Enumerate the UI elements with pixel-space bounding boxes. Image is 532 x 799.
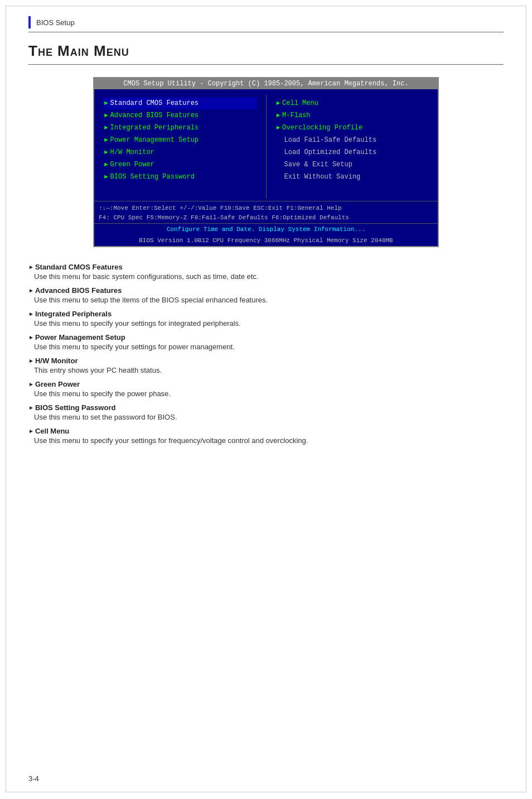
bios-nav-line2: F4: CPU Spec F5:Memory-Z F8:Fail-Safe De…: [99, 213, 433, 223]
bios-right-col: ► Cell Menu► M-Flash► Overclocking Profi…: [267, 95, 438, 199]
arrow-icon: ►: [104, 174, 108, 180]
bios-right-menu-item[interactable]: Exit Without Saving: [275, 171, 429, 183]
bios-right-menu-item[interactable]: ► Overclocking Profile: [275, 122, 429, 134]
desc-heading: ►BIOS Setting Password: [28, 403, 504, 412]
desc-heading: ►Green Power: [28, 380, 504, 388]
arrow-icon: ►: [104, 149, 108, 156]
page-number: 3-4: [28, 774, 39, 783]
arrow-icon: ►: [104, 124, 108, 131]
bios-title-bar: CMOS Setup Utility - Copyright (C) 1985-…: [94, 78, 438, 89]
bios-left-menu-item[interactable]: ► Advanced BIOS Features: [103, 109, 257, 122]
description-item: ►Power Management SetupUse this menu to …: [28, 333, 504, 351]
description-section: ►Standard CMOS FeaturesUse this menu for…: [28, 263, 504, 445]
arrow-icon: ►: [277, 100, 280, 107]
description-item: ►Advanced BIOS FeaturesUse this menu to …: [28, 286, 504, 304]
desc-text: Use this menu to specify your settings f…: [34, 436, 504, 445]
bios-left-col: ► Standard CMOS Features► Advanced BIOS …: [94, 95, 267, 199]
bios-menu-area: ► Standard CMOS Features► Advanced BIOS …: [94, 89, 438, 201]
desc-text: This entry shows your PC health status.: [34, 366, 504, 374]
arrow-icon: ►: [104, 112, 108, 119]
header-title: BIOS Setup: [36, 18, 75, 27]
description-item: ►Cell MenuUse this menu to specify your …: [28, 427, 504, 445]
arrow-icon: ►: [277, 124, 280, 131]
bios-nav-line1: ↑↓↔:Move Enter:Select +/-/:Value F10:Sav…: [99, 204, 433, 213]
arrow-icon: ►: [104, 100, 108, 107]
description-item: ►BIOS Setting PasswordUse this menu to s…: [28, 403, 504, 421]
desc-text: Use this menu to set the password for BI…: [34, 413, 504, 421]
bios-left-menu-item[interactable]: ► H/W Monitor: [103, 146, 257, 158]
description-item: ►Integrated PeripheralsUse this menu to …: [28, 310, 504, 328]
desc-text: Use this menu to specify the power phase…: [34, 389, 504, 398]
desc-heading: ►Power Management Setup: [28, 333, 504, 341]
triangle-icon: ►: [28, 405, 34, 411]
desc-heading: ►H/W Monitor: [28, 357, 504, 365]
desc-heading: ►Standard CMOS Features: [28, 263, 504, 271]
bios-right-menu-item[interactable]: Save & Exit Setup: [275, 158, 429, 171]
description-item: ►Green PowerUse this menu to specify the…: [28, 380, 504, 398]
bios-right-menu-item[interactable]: ► M-Flash: [275, 109, 429, 122]
bios-right-menu-item[interactable]: Load Optimized Defaults: [275, 146, 429, 158]
header-section: BIOS Setup: [28, 16, 504, 32]
desc-heading: ►Integrated Peripherals: [28, 310, 504, 318]
triangle-icon: ►: [28, 311, 34, 317]
bios-left-menu-item[interactable]: ► Standard CMOS Features: [103, 97, 257, 109]
triangle-icon: ►: [28, 428, 34, 434]
page-title: The Main Menu: [28, 42, 504, 65]
bios-right-menu-item[interactable]: Load Fail-Safe Defaults: [275, 134, 429, 146]
bios-screen: CMOS Setup Utility - Copyright (C) 1985-…: [93, 77, 439, 247]
desc-text: Use this menu to specify your settings f…: [34, 343, 504, 351]
triangle-icon: ►: [28, 381, 34, 387]
desc-text: Use this menu to setup the items of the …: [34, 296, 504, 304]
arrow-icon: ►: [104, 161, 108, 168]
arrow-icon: ►: [104, 137, 108, 143]
desc-heading: ►Advanced BIOS Features: [28, 286, 504, 295]
desc-heading: ►Cell Menu: [28, 427, 504, 435]
description-item: ►H/W MonitorThis entry shows your PC hea…: [28, 357, 504, 374]
desc-text: Use this menu for basic system configura…: [34, 272, 504, 281]
arrow-icon: ►: [277, 112, 280, 119]
page-container: BIOS Setup The Main Menu CMOS Setup Util…: [6, 6, 526, 792]
triangle-icon: ►: [28, 287, 34, 293]
triangle-icon: ►: [28, 334, 34, 340]
bios-left-menu-item[interactable]: ► BIOS Setting Password: [103, 171, 257, 183]
bios-left-menu-item[interactable]: ► Green Power: [103, 158, 257, 171]
bios-left-menu-item[interactable]: ► Power Management Setup: [103, 134, 257, 146]
bios-version-bar: BIOS Version 1.0B12 CPU Frequency 3066MH…: [94, 235, 438, 246]
triangle-icon: ►: [28, 264, 34, 270]
bios-left-menu-item[interactable]: ► Integrated Peripherals: [103, 122, 257, 134]
bios-nav-bar: ↑↓↔:Move Enter:Select +/-/:Value F10:Sav…: [94, 201, 438, 223]
bios-right-menu-item[interactable]: ► Cell Menu: [275, 97, 429, 109]
desc-text: Use this menu to specify your settings f…: [34, 319, 504, 328]
description-item: ►Standard CMOS FeaturesUse this menu for…: [28, 263, 504, 281]
bios-info-bar: Configure Time and Date. Display System …: [94, 223, 438, 235]
header-bar-accent: [28, 16, 31, 28]
triangle-icon: ►: [28, 358, 34, 364]
